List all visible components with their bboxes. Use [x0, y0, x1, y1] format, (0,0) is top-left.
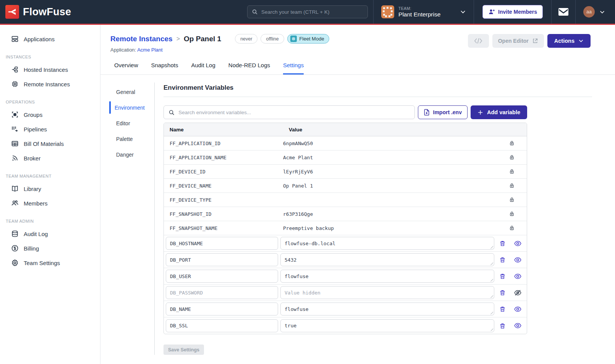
table-row	[164, 285, 527, 301]
delete-variable-button[interactable]	[499, 289, 506, 296]
open-editor-label: Open Editor	[498, 38, 529, 44]
tab-overview[interactable]: Overview	[114, 62, 138, 74]
delete-variable-button[interactable]	[499, 240, 506, 247]
env-search[interactable]	[163, 105, 415, 119]
settings-nav-general[interactable]: General	[100, 84, 154, 100]
page-title: Op Panel 1	[184, 35, 221, 43]
lock-icon	[509, 197, 515, 203]
lock-icon	[509, 168, 515, 175]
sidebar-item-label: Audit Log	[24, 231, 48, 237]
var-value-input[interactable]	[280, 237, 494, 250]
settings-nav-danger[interactable]: Danger	[100, 147, 154, 162]
delete-variable-button[interactable]	[499, 256, 506, 263]
sidebar-section-team-admin: TEAM ADMIN	[0, 210, 100, 226]
sidebar: Applications INSTANCES Hosted Instances …	[0, 25, 100, 364]
show-value-button[interactable]	[514, 257, 521, 263]
lock-icon	[509, 140, 515, 146]
chip-icon	[290, 36, 297, 42]
sidebar-item-bill-of-materials[interactable]: Bill Of Materials	[0, 136, 100, 151]
team-avatar	[381, 5, 394, 18]
plus-icon	[477, 110, 483, 115]
var-name-input[interactable]	[166, 270, 278, 283]
sidebar-item-team-settings[interactable]: Team Settings	[0, 256, 100, 270]
delete-variable-button[interactable]	[499, 273, 506, 280]
sidebar-item-pipelines[interactable]: Pipelines	[0, 122, 100, 136]
add-variable-button[interactable]: Add variable	[471, 105, 527, 119]
settings-nav-palette[interactable]: Palette	[100, 131, 154, 147]
show-value-button[interactable]	[514, 323, 521, 328]
breadcrumb: Remote Instances > Op Panel 1 never offl…	[110, 34, 329, 44]
hide-value-button[interactable]	[514, 290, 521, 296]
book-icon	[11, 185, 19, 193]
sidebar-item-members[interactable]: Members	[0, 196, 100, 210]
breadcrumb-remote-instances[interactable]: Remote Instances	[110, 35, 173, 43]
sidebar-item-billing[interactable]: Billing	[0, 241, 100, 256]
var-name-input[interactable]	[166, 286, 278, 299]
application-link[interactable]: Acme Plant	[137, 47, 162, 53]
application-line: Application: Acme Plant	[110, 47, 329, 53]
var-name-input[interactable]	[166, 319, 278, 332]
search-icon	[168, 109, 175, 116]
actions-button[interactable]: Actions	[547, 34, 591, 48]
show-value-button[interactable]	[514, 306, 521, 312]
add-variable-label: Add variable	[487, 109, 520, 115]
var-name: FF_DEVICE_NAME	[164, 183, 283, 189]
actions-label: Actions	[554, 38, 575, 44]
var-value-input[interactable]	[280, 319, 494, 332]
env-search-input[interactable]	[178, 110, 409, 115]
var-value: lEyrRjEyV6	[283, 169, 497, 175]
settings-nav-editor[interactable]: Editor	[100, 115, 154, 131]
var-value: 6npmANwQ50	[283, 141, 497, 146]
var-name-input[interactable]	[166, 303, 278, 315]
var-value-input[interactable]	[280, 253, 494, 266]
delete-variable-button[interactable]	[499, 306, 506, 312]
sidebar-item-broker[interactable]: Broker	[0, 151, 100, 165]
user-menu[interactable]: aa	[576, 6, 610, 18]
var-value-input[interactable]	[280, 286, 494, 299]
var-name: FF_SNAPSHOT_NAME	[164, 225, 283, 231]
team-selector[interactable]: TEAM: Plant Enterprise	[374, 0, 474, 24]
delete-variable-button[interactable]	[499, 322, 506, 329]
flowfuse-app: FlowFuse TEAM: Plant Enterprise Invite	[0, 0, 615, 364]
sidebar-section-operations: OPERATIONS	[0, 91, 100, 107]
sidebar-item-audit-log[interactable]: Audit Log	[0, 226, 100, 241]
sidebar-item-hosted-instances[interactable]: Hosted Instances	[0, 62, 100, 77]
sidebar-item-label: Pipelines	[24, 126, 47, 133]
pipelines-icon	[11, 125, 19, 133]
sidebar-item-label: Members	[24, 200, 48, 207]
var-value-input[interactable]	[280, 270, 494, 283]
brand[interactable]: FlowFuse	[5, 5, 97, 19]
save-settings-button[interactable]: Save Settings	[163, 345, 204, 355]
invite-members-button[interactable]: Invite Members	[482, 5, 543, 19]
tab-snapshots[interactable]: Snapshots	[151, 62, 178, 74]
import-env-label: Import .env	[433, 109, 462, 115]
sidebar-item-library[interactable]: Library	[0, 181, 100, 196]
sidebar-item-applications[interactable]: Applications	[0, 32, 100, 46]
global-search-input[interactable]	[261, 9, 363, 15]
show-value-button[interactable]	[514, 273, 521, 279]
developer-mode-button[interactable]	[468, 34, 489, 48]
var-name-input[interactable]	[166, 237, 278, 250]
lock-icon	[509, 211, 515, 217]
table-row	[164, 235, 527, 252]
var-value: r63P316Qge	[283, 211, 497, 217]
tab-audit-log[interactable]: Audit Log	[191, 62, 215, 74]
open-editor-button[interactable]: Open Editor	[492, 34, 544, 48]
var-name: FF_APPLICATION_ID	[164, 141, 283, 146]
show-value-button[interactable]	[514, 241, 521, 246]
global-search[interactable]	[247, 5, 368, 18]
notifications-button[interactable]	[558, 8, 568, 16]
sidebar-item-remote-instances[interactable]: Remote Instances	[0, 77, 100, 91]
table-header: Name Value	[164, 123, 527, 136]
sidebar-item-groups[interactable]: Groups	[0, 107, 100, 122]
tab-settings[interactable]: Settings	[283, 62, 304, 74]
settings-nav-environment[interactable]: Environment	[100, 100, 154, 115]
import-env-button[interactable]: Import .env	[418, 105, 468, 119]
eye-icon	[514, 273, 521, 279]
var-name-input[interactable]	[166, 253, 278, 266]
top-navbar: FlowFuse TEAM: Plant Enterprise Invite	[0, 0, 615, 24]
var-value-input[interactable]	[280, 303, 494, 315]
fleet-mode-badge: Fleet Mode	[287, 34, 329, 44]
tab-node-red-logs[interactable]: Node-RED Logs	[228, 62, 270, 74]
team-label: TEAM:	[398, 6, 456, 11]
